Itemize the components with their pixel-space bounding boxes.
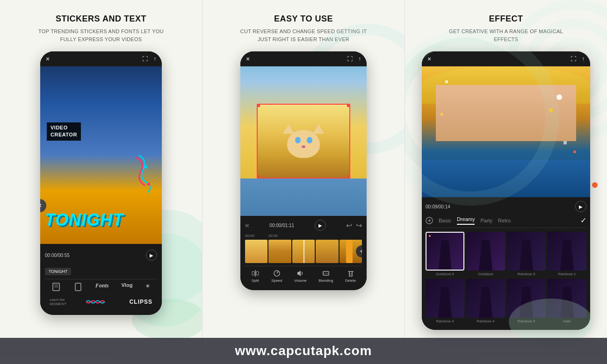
topbar-close-easy[interactable]: × bbox=[246, 55, 250, 63]
toolbar-fonts[interactable]: Fonts bbox=[95, 282, 109, 292]
nav-arrows-easy: « bbox=[245, 221, 249, 229]
mid-time-row: « 00:00/01:11 ▶ ↩ ↪ bbox=[245, 220, 362, 231]
effect-rainbow-3[interactable]: Rainbow 3 bbox=[507, 232, 546, 276]
effect-thumb-r4b bbox=[466, 279, 505, 318]
topbar-share-stickers[interactable]: ↑ bbox=[153, 56, 156, 62]
swirl-decoration bbox=[120, 150, 157, 197]
tool-blending[interactable]: Blending bbox=[318, 269, 333, 283]
panel-heading-stickers: STICKERS AND TEXT bbox=[56, 14, 146, 24]
effect-thumb-r1 bbox=[548, 232, 586, 271]
silhouette-gd2 bbox=[436, 240, 455, 270]
effect-rainbow-4a[interactable]: Rainbow 4 bbox=[426, 279, 464, 323]
effect-particle-2 bbox=[549, 108, 553, 112]
thumb-1 bbox=[245, 240, 267, 263]
tonight-chip[interactable]: TONIGHT bbox=[45, 268, 71, 275]
selection-handle-bl[interactable] bbox=[257, 175, 260, 178]
play-btn-stickers[interactable]: ▶ bbox=[146, 250, 157, 261]
video-area-easy bbox=[240, 66, 367, 216]
play-btn-effect[interactable]: ▶ bbox=[575, 201, 586, 212]
split-icon bbox=[251, 269, 260, 278]
svg-rect-7 bbox=[252, 271, 254, 275]
tab-party[interactable]: Party bbox=[480, 218, 492, 223]
toolbar-vlog[interactable]: Vlog bbox=[122, 282, 133, 292]
toolbar-sticker[interactable]: ✶ bbox=[145, 282, 151, 292]
toolbar-doc[interactable] bbox=[51, 282, 61, 292]
tab-basic[interactable]: Basic bbox=[439, 218, 451, 223]
volume-icon bbox=[296, 269, 304, 278]
video-area-effect bbox=[422, 66, 590, 197]
cat-head bbox=[287, 130, 320, 158]
timeline-area-easy: « 00:00/01:11 ▶ ↩ ↪ 00:00 00:02 bbox=[240, 216, 367, 290]
silhouette-r1 bbox=[557, 240, 577, 271]
topbar-share-easy[interactable]: ↑ bbox=[358, 56, 361, 62]
tonight-overlay-text: TONIGHT bbox=[45, 210, 123, 230]
effect-thumb-golddust-2 bbox=[426, 232, 464, 271]
phone-footer-stickers: catch theMOMENT CLIPSS bbox=[45, 294, 157, 311]
effect-rainbow-4b[interactable]: Rainbow 4 bbox=[466, 279, 505, 323]
timeline-label-1: 00:02 bbox=[268, 234, 278, 238]
tool-delete[interactable]: Delete bbox=[345, 269, 356, 283]
shirt-area bbox=[422, 160, 590, 197]
silhouette-r3 bbox=[517, 240, 536, 271]
sticker-icon: ✶ bbox=[145, 282, 151, 290]
timeline-handle[interactable] bbox=[346, 240, 353, 263]
effects-tabs: Basic Dreamy Party Retro ✓ bbox=[426, 216, 586, 228]
mid-toolbar: Split Speed Volume Blending bbox=[245, 266, 362, 286]
silhouette-gd bbox=[476, 240, 496, 271]
phone-icon bbox=[73, 282, 83, 292]
arrow-left-1[interactable]: « bbox=[245, 221, 249, 229]
dot-gd2 bbox=[429, 235, 431, 237]
phone-effect: × ⛶ ↑ bbox=[422, 51, 590, 330]
effect-name-gd2: Golddust II bbox=[436, 272, 454, 276]
tool-volume[interactable]: Volume bbox=[294, 269, 307, 283]
sparkle-3 bbox=[564, 141, 567, 144]
topbar-expand-effect[interactable]: ⛶ bbox=[571, 56, 576, 62]
doc-icon bbox=[51, 282, 61, 292]
tab-retro[interactable]: Retro bbox=[498, 218, 511, 223]
selection-handle-tl[interactable] bbox=[257, 104, 260, 107]
panel-heading-easy: EASY TO USE bbox=[274, 14, 333, 24]
effects-tab-back-icon[interactable] bbox=[426, 217, 433, 224]
effect-golddust-2[interactable]: Golddust II bbox=[426, 232, 464, 276]
panel-effect: EFFECT GET CREATIVE WITH A RANGE OF MAGI… bbox=[405, 0, 607, 364]
tool-speed[interactable]: Speed bbox=[271, 269, 282, 283]
stickers-toolbar: Fonts Vlog ✶ bbox=[45, 279, 157, 294]
effect-name-r4a: Rainbow 4 bbox=[436, 319, 454, 323]
clipss-logo: CLIPSS bbox=[130, 299, 152, 305]
selection-handle-br[interactable] bbox=[347, 175, 350, 178]
delete-icon bbox=[347, 269, 355, 278]
effect-rainbow-1[interactable]: Rainbow 1 bbox=[548, 232, 586, 276]
sparkle-1 bbox=[445, 80, 448, 83]
phone-topbar-easy: × ⛶ ↑ bbox=[240, 51, 367, 66]
effect-golddust[interactable]: Golddust bbox=[466, 232, 505, 276]
effects-time-row: 00:09/00:14 ▶ bbox=[426, 201, 586, 212]
phone-topbar-effect: × ⛶ ↑ bbox=[422, 51, 590, 66]
topbar-share-effect[interactable]: ↑ bbox=[582, 56, 585, 62]
redo-btn[interactable]: ↪ bbox=[356, 221, 362, 230]
effect-name-r1: Rainbow 1 bbox=[558, 272, 576, 276]
tab-dreamy[interactable]: Dreamy bbox=[457, 216, 475, 225]
vlog-label: Vlog bbox=[122, 282, 133, 288]
tool-split-label: Split bbox=[252, 278, 259, 283]
undo-btn[interactable]: ↩ bbox=[346, 221, 352, 230]
selection-handle-tr[interactable] bbox=[347, 104, 350, 107]
topbar-expand-easy[interactable]: ⛶ bbox=[347, 56, 353, 62]
close-float-icon: ✕ bbox=[40, 202, 42, 209]
toolbar-phone[interactable] bbox=[73, 282, 83, 292]
fonts-label: Fonts bbox=[95, 282, 109, 289]
panel-subtext-effect: GET CREATIVE WITH A RANGE OF MAGICAL EFF… bbox=[441, 28, 571, 43]
effect-confirm-btn[interactable]: ✓ bbox=[580, 216, 586, 225]
play-btn-easy[interactable]: ▶ bbox=[315, 220, 326, 231]
effect-thumb-golddust bbox=[466, 232, 505, 271]
phone-easy: × ⛶ ↑ bbox=[240, 51, 367, 290]
svg-point-0 bbox=[144, 165, 147, 169]
timeline-playhead bbox=[304, 240, 304, 263]
phone-topbar-stickers: × ⛶ ↑ bbox=[40, 51, 162, 66]
topbar-expand-stickers[interactable]: ⛶ bbox=[142, 56, 148, 62]
silhouette-r4a bbox=[435, 287, 455, 318]
tool-split[interactable]: Split bbox=[251, 269, 260, 283]
topbar-close-effect[interactable]: × bbox=[427, 55, 431, 63]
timeline-label-0: 00:00 bbox=[245, 234, 254, 238]
topbar-close-stickers[interactable]: × bbox=[46, 55, 50, 63]
thumb-2 bbox=[268, 240, 291, 263]
